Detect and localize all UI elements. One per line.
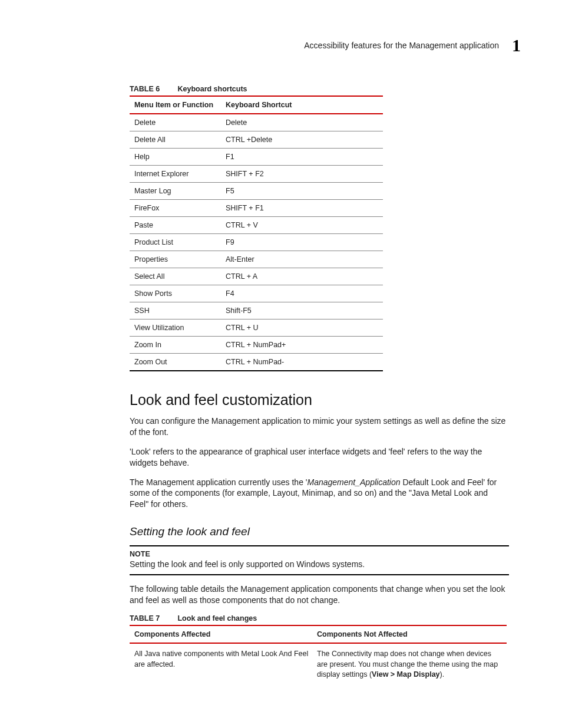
table-row: Select AllCTRL + A bbox=[130, 268, 383, 285]
table7-cell-affected: All Java native components with Metal Lo… bbox=[130, 643, 312, 684]
table7: Components Affected Components Not Affec… bbox=[130, 625, 507, 684]
table-row: Zoom OutCTRL + NumPad- bbox=[130, 354, 383, 371]
paragraph: You can configure the Management applica… bbox=[130, 416, 509, 438]
table6-title: Keyboard shortcuts bbox=[177, 85, 247, 93]
table-row: Zoom InCTRL + NumPad+ bbox=[130, 337, 383, 354]
running-header: Accessibility features for the Managemen… bbox=[41, 35, 521, 55]
note-label: NOTE bbox=[130, 550, 509, 558]
note-text: Setting the look and feel is only suppor… bbox=[130, 559, 365, 569]
table6-header-fn: Menu Item or Function bbox=[130, 96, 221, 114]
subsection-heading-setting-look-and-feel: Setting the look and feel bbox=[130, 525, 509, 538]
table-row: Master LogF5 bbox=[130, 183, 383, 200]
table-row: Product ListF9 bbox=[130, 234, 383, 251]
paragraph: The following table details the Manageme… bbox=[130, 584, 509, 606]
table-row: PropertiesAlt-Enter bbox=[130, 251, 383, 268]
table7-header-affected: Components Affected bbox=[130, 625, 312, 643]
table7-cell-not-affected: The Connectivity map does not change whe… bbox=[312, 643, 507, 684]
table-row: PasteCTRL + V bbox=[130, 217, 383, 234]
table-row: Show PortsF4 bbox=[130, 285, 383, 302]
table7-header-not-affected: Components Not Affected bbox=[312, 625, 507, 643]
table-row: Delete AllCTRL +Delete bbox=[130, 131, 383, 149]
page: Accessibility features for the Managemen… bbox=[0, 0, 562, 728]
note-block: NOTE Setting the look and feel is only s… bbox=[130, 545, 509, 575]
table6-header-sc: Keyboard Shortcut bbox=[221, 96, 383, 114]
table-row: Internet ExplorerSHIFT + F2 bbox=[130, 166, 383, 183]
table-row: View UtilizationCTRL + U bbox=[130, 319, 383, 337]
table-row: SSHShift-F5 bbox=[130, 302, 383, 319]
table-row: FireFoxSHIFT + F1 bbox=[130, 200, 383, 217]
table-row: HelpF1 bbox=[130, 149, 383, 166]
table7-caption: TABLE 7 Look and feel changes bbox=[130, 614, 509, 622]
table7-label: TABLE 7 bbox=[130, 614, 176, 622]
table7-title: Look and feel changes bbox=[177, 614, 257, 622]
table6-label: TABLE 6 bbox=[130, 85, 176, 93]
paragraph: The Management application currently use… bbox=[130, 477, 509, 510]
section-heading-look-and-feel: Look and feel customization bbox=[130, 391, 509, 409]
table-row: DeleteDelete bbox=[130, 114, 383, 131]
paragraph: 'Look' refers to the appearance of graph… bbox=[130, 446, 509, 469]
main-content: TABLE 6 Keyboard shortcuts Menu Item or … bbox=[130, 85, 509, 684]
chapter-number: 1 bbox=[512, 35, 521, 55]
header-title: Accessibility features for the Managemen… bbox=[304, 41, 499, 50]
table6: Menu Item or Function Keyboard Shortcut … bbox=[130, 95, 383, 371]
table6-caption: TABLE 6 Keyboard shortcuts bbox=[130, 85, 509, 93]
table-row: All Java native components with Metal Lo… bbox=[130, 643, 507, 684]
